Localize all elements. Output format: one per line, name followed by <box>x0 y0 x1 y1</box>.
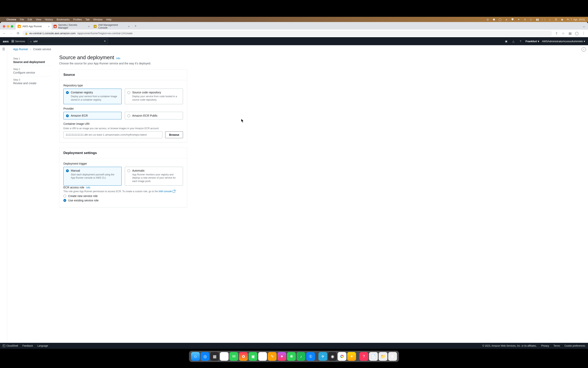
language-link[interactable]: Language <box>37 344 48 347</box>
chrome-menu-icon[interactable]: ⋮ <box>581 31 586 36</box>
dock-cal2[interactable]: 7 <box>258 352 267 361</box>
menubar-clock[interactable]: Fr. 7. Apr. 19:51 <box>567 18 585 21</box>
dock-folder[interactable]: 📁 <box>379 352 387 361</box>
feedback-link[interactable]: Feedback <box>22 344 33 347</box>
status-siri-icon[interactable]: ◉ <box>560 18 564 21</box>
provider-ecr[interactable]: Amazon ECR <box>64 112 122 120</box>
sidepanel-icon[interactable]: ▤ <box>568 31 572 36</box>
info-panel-toggle[interactable]: i <box>582 47 586 52</box>
menu-history[interactable]: History <box>45 18 53 21</box>
status-play-icon[interactable]: ▷ <box>530 18 533 21</box>
dock-clips[interactable]: ✦ <box>277 352 286 361</box>
tab-close-icon[interactable]: × <box>128 25 130 28</box>
tab-iam[interactable]: ✦ IAM Management Console × <box>92 23 132 30</box>
menu-view[interactable]: View <box>36 18 41 21</box>
bookmark-icon[interactable]: ☆ <box>561 31 566 36</box>
dock-doc[interactable]: 📄 <box>369 352 378 361</box>
account-menu[interactable]: AWSAdministratorAccess/kshirinkin ▾ <box>542 40 585 43</box>
dock-facetime[interactable]: ▣ <box>248 352 257 361</box>
container-image-uri-input[interactable] <box>64 131 162 138</box>
status-sync-icon[interactable]: ◯ <box>499 18 502 21</box>
status-a-icon[interactable]: A <box>524 18 526 21</box>
menu-file[interactable]: File <box>20 18 24 21</box>
dock-finder[interactable]: ☺ <box>191 352 200 361</box>
menu-profiles[interactable]: Profiles <box>73 18 82 21</box>
dock-telegram[interactable]: ✈ <box>318 352 327 361</box>
terms-link[interactable]: Terms <box>553 344 560 347</box>
step-2[interactable]: Step 2 Configure service <box>13 66 51 76</box>
repo-type-container-registry[interactable]: Container registry Deploy your service f… <box>64 89 122 104</box>
dock-evernote[interactable]: ❋ <box>287 352 296 361</box>
status-globe-icon[interactable]: ◎ <box>486 18 489 21</box>
repo-type-source-code[interactable]: Source code repository Deploy your servi… <box>125 89 183 104</box>
new-tab-button[interactable]: + <box>133 23 138 29</box>
dock-safari[interactable]: ◎ <box>201 352 209 361</box>
status-control-icon[interactable]: ☰ <box>554 18 557 21</box>
dock-app17[interactable]: ✦ <box>347 352 356 361</box>
menu-tab[interactable]: Tab <box>85 18 90 21</box>
dock-help[interactable]: ? <box>359 352 368 361</box>
tab-close-icon[interactable]: × <box>48 25 50 28</box>
cloudshell-link[interactable]: CloudShell <box>3 344 18 347</box>
status-shield-icon[interactable]: ⛊ <box>511 18 514 21</box>
menu-window[interactable]: Window <box>93 18 102 21</box>
status-dropbox-icon[interactable]: ⬢ <box>492 18 496 21</box>
window-zoom-icon[interactable] <box>11 25 13 28</box>
window-close-icon[interactable] <box>3 25 5 28</box>
step-1[interactable]: Step 1 Source and deployment <box>13 55 51 66</box>
dock-chrome[interactable] <box>338 352 346 361</box>
aws-search-input[interactable] <box>33 40 102 43</box>
search-clear-icon[interactable]: × <box>104 39 106 43</box>
ecr-role-create-new[interactable]: Create new service role <box>64 194 183 198</box>
dock-obs[interactable]: ◉ <box>328 352 337 361</box>
address-bar[interactable]: 🔒 eu-central-1.console.aws.amazon.com/ap… <box>22 31 552 36</box>
dock-1password[interactable]: ① <box>306 352 315 361</box>
cloudshell-icon[interactable]: ▣ <box>504 39 508 43</box>
trigger-automatic[interactable]: Automatic App Runner monitors your regis… <box>125 167 183 186</box>
status-battery-icon[interactable]: ▮▮ <box>536 18 539 21</box>
menubar-app-name[interactable]: Chrome <box>6 18 16 21</box>
menu-bookmarks[interactable]: Bookmarks <box>57 18 70 21</box>
status-search-icon[interactable]: ⌕ <box>548 18 551 21</box>
status-ext-icon[interactable]: ✦ <box>517 18 520 21</box>
tab-overflow-icon[interactable]: ⌄ <box>583 24 588 30</box>
tab-apprunner[interactable]: ▣ AWS App Runner × <box>16 23 52 30</box>
dock-launchpad[interactable]: ▦ <box>210 352 219 361</box>
dock-trash[interactable]: 🗑 <box>388 352 397 361</box>
ecr-role-info-link[interactable]: Info <box>86 186 90 189</box>
region-selector[interactable]: Frankfurt ▾ <box>526 40 539 43</box>
dock-photos[interactable]: ✿ <box>239 352 248 361</box>
dock-calendar[interactable]: 7 <box>220 352 229 361</box>
ecr-role-use-existing[interactable]: Use existing service role <box>64 199 183 202</box>
aws-logo[interactable]: aws <box>3 40 9 43</box>
share-icon[interactable]: ⇪ <box>554 31 559 36</box>
aws-search[interactable]: ⌕ × <box>28 38 108 44</box>
dock-messages[interactable]: ✉ <box>230 352 238 361</box>
trigger-manual[interactable]: Manual Start each deployment yourself us… <box>64 167 122 186</box>
iam-console-link[interactable]: IAM console <box>159 190 175 193</box>
dock-notes[interactable]: ✎ <box>268 352 277 361</box>
tab-close-icon[interactable]: × <box>88 25 90 28</box>
tab-secrets[interactable]: ▣ Secrets | Secrets Manager × <box>52 23 92 30</box>
breadcrumb-root[interactable]: App Runner <box>13 48 28 51</box>
status-camera-icon[interactable]: ⌀ <box>505 18 508 21</box>
privacy-link[interactable]: Privacy <box>541 344 549 347</box>
profile-icon[interactable]: ◯ <box>574 31 579 36</box>
browse-button[interactable]: Browse <box>165 131 183 138</box>
step-3[interactable]: Step 3 Review and create <box>13 76 51 87</box>
menu-edit[interactable]: Edit <box>28 18 32 21</box>
cookie-prefs-link[interactable]: Cookie preferences <box>564 344 585 347</box>
nav-forward-button[interactable]: → <box>9 31 14 36</box>
nav-back-button[interactable]: ← <box>2 31 7 36</box>
notifications-icon[interactable]: △ <box>511 39 516 43</box>
help-icon[interactable]: ? <box>518 39 523 43</box>
dock-spotify[interactable]: ♪ <box>297 352 305 361</box>
provider-ecr-public[interactable]: Amazon ECR Public <box>125 112 183 120</box>
page-info-link[interactable]: Info <box>116 57 120 60</box>
sidebar-toggle[interactable]: ☰ <box>0 45 7 343</box>
window-minimize-icon[interactable] <box>7 25 9 28</box>
menu-help[interactable]: Help <box>106 18 112 21</box>
status-wifi-icon[interactable]: ⋮⋮ <box>542 18 545 21</box>
services-menu[interactable]: Services <box>12 40 25 43</box>
nav-reload-button[interactable]: ⟳ <box>16 31 20 36</box>
